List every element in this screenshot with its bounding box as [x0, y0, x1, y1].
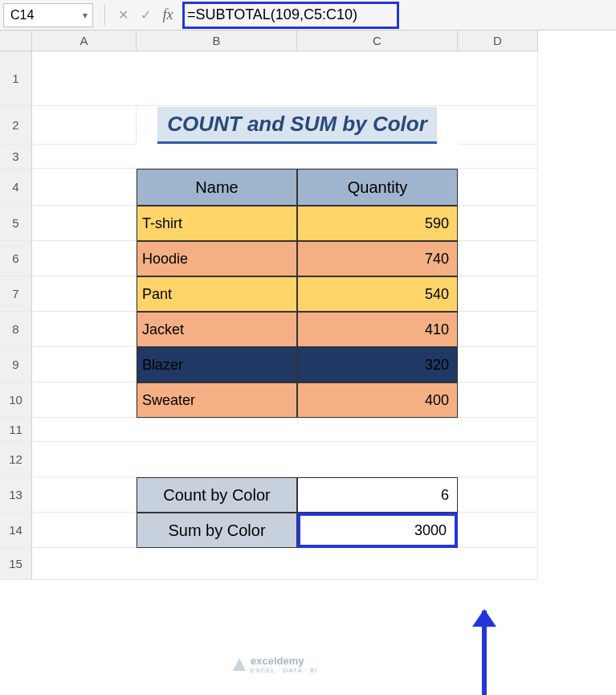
cell[interactable]: [458, 513, 538, 548]
cell[interactable]: [32, 276, 137, 312]
table-row[interactable]: 540: [297, 276, 458, 312]
check-icon[interactable]: ✓: [134, 4, 157, 27]
table-row[interactable]: 400: [297, 382, 458, 418]
table-row[interactable]: Jacket: [137, 312, 297, 347]
watermark-text: exceldemy: [251, 655, 318, 667]
select-all-corner[interactable]: [0, 31, 32, 51]
row-header[interactable]: 9: [0, 347, 32, 382]
cell[interactable]: [458, 382, 538, 418]
table-row[interactable]: Sweater: [137, 382, 297, 418]
row-header[interactable]: 5: [0, 206, 32, 241]
cell[interactable]: [32, 51, 538, 106]
cell[interactable]: [458, 169, 538, 206]
cell[interactable]: [32, 206, 137, 241]
cell[interactable]: [32, 548, 538, 580]
table-row[interactable]: 590: [297, 206, 458, 241]
page-title: COUNT and SUM by Color: [157, 107, 437, 144]
row-header[interactable]: 1: [0, 51, 32, 106]
cell[interactable]: [458, 206, 538, 241]
table-row[interactable]: 740: [297, 241, 458, 276]
cell[interactable]: [458, 241, 538, 276]
cell[interactable]: [32, 477, 137, 513]
col-header-d[interactable]: D: [458, 31, 538, 51]
table-row[interactable]: 410: [297, 312, 458, 347]
cell[interactable]: [32, 347, 137, 382]
watermark-sub: EXCEL · DATA · BI: [251, 667, 318, 674]
arrow-up-icon: [472, 609, 496, 627]
cell[interactable]: [32, 241, 137, 276]
cancel-icon[interactable]: ✕: [112, 4, 134, 27]
cell[interactable]: [458, 312, 538, 347]
table-row[interactable]: Pant: [137, 276, 297, 312]
row-header[interactable]: 2: [0, 106, 32, 145]
row-header[interactable]: 14: [0, 513, 32, 548]
cell[interactable]: [458, 477, 538, 513]
table-header-quantity[interactable]: Quantity: [297, 169, 458, 206]
col-header-a[interactable]: A: [32, 31, 137, 51]
sum-label[interactable]: Sum by Color: [137, 513, 297, 548]
count-value[interactable]: 6: [297, 477, 458, 513]
cell[interactable]: [32, 169, 137, 206]
chevron-down-icon[interactable]: ▾: [83, 10, 88, 21]
sum-value-selected-cell[interactable]: 3000: [297, 513, 458, 548]
row-header[interactable]: 15: [0, 548, 32, 580]
title-cell[interactable]: COUNT and SUM by Color: [137, 106, 458, 145]
col-header-c[interactable]: C: [297, 31, 458, 51]
logo-icon: [233, 658, 246, 671]
formula-text: =SUBTOTAL(109,C5:C10): [187, 6, 357, 23]
watermark: exceldemy EXCEL · DATA · BI: [233, 655, 318, 674]
row-header[interactable]: 3: [0, 145, 32, 169]
cell[interactable]: [32, 418, 538, 442]
formula-input[interactable]: =SUBTOTAL(109,C5:C10): [179, 3, 616, 27]
divider: [104, 5, 105, 26]
cell[interactable]: [32, 513, 137, 548]
cell[interactable]: [458, 106, 538, 145]
col-header-b[interactable]: B: [137, 31, 297, 51]
row-header[interactable]: 8: [0, 312, 32, 347]
table-row[interactable]: Hoodie: [137, 241, 297, 276]
cell[interactable]: [32, 106, 137, 145]
cell[interactable]: [32, 382, 137, 418]
table-row[interactable]: 320: [297, 347, 458, 382]
table-row[interactable]: T-shirt: [137, 206, 297, 241]
cell[interactable]: [458, 347, 538, 382]
cell[interactable]: [32, 442, 538, 477]
cell[interactable]: [32, 145, 538, 169]
spreadsheet-grid[interactable]: A B C D 1 2 COUNT and SUM by Color 3 4 N…: [0, 31, 616, 580]
cell[interactable]: [458, 276, 538, 312]
table-header-name[interactable]: Name: [137, 169, 297, 206]
row-header[interactable]: 10: [0, 382, 32, 418]
row-header[interactable]: 13: [0, 477, 32, 513]
formula-bar: C14 ▾ ✕ ✓ fx =SUBTOTAL(109,C5:C10): [0, 0, 616, 31]
row-header[interactable]: 4: [0, 169, 32, 206]
row-header[interactable]: 6: [0, 241, 32, 276]
row-header[interactable]: 12: [0, 442, 32, 477]
count-label[interactable]: Count by Color: [137, 477, 297, 513]
cell[interactable]: [32, 312, 137, 347]
row-header[interactable]: 11: [0, 418, 32, 442]
table-row[interactable]: Blazer: [137, 347, 297, 382]
name-box-value: C14: [10, 8, 34, 22]
row-header[interactable]: 7: [0, 276, 32, 312]
name-box[interactable]: C14 ▾: [3, 3, 93, 27]
fx-icon[interactable]: fx: [157, 4, 179, 27]
